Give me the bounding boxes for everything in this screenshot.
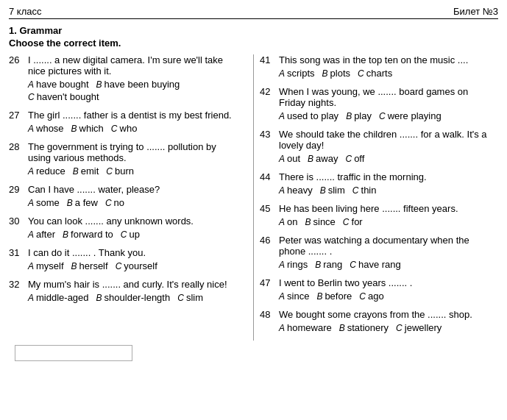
option-letter: C: [121, 229, 127, 240]
answer-input-box[interactable]: [15, 345, 132, 361]
class-label: 7 класс: [9, 6, 42, 17]
option-text: a few: [75, 197, 98, 208]
option-a: Aheavy: [279, 185, 313, 196]
option-c: Chave rang: [350, 259, 401, 270]
option-letter: C: [358, 68, 364, 79]
question-27: 27The girl ....... father is a dentist i…: [9, 110, 241, 134]
option-text: slim: [328, 185, 345, 196]
question-row: 44There is ....... traffic in the mornin…: [260, 171, 492, 182]
option-text: slim: [186, 292, 203, 303]
option-b: Bherself: [71, 260, 108, 271]
options-group: AreduceBemitCburn: [9, 165, 241, 177]
option-text: out: [287, 153, 300, 164]
question-row: 28The government is trying to ....... po…: [9, 141, 241, 163]
option-letter: C: [352, 185, 359, 196]
option-letter: B: [320, 185, 326, 196]
option-c: Cup: [121, 229, 140, 240]
option-letter: C: [350, 260, 356, 270]
option-b: Bslim: [320, 185, 345, 196]
option-text: charts: [366, 68, 392, 79]
question-28: 28The government is trying to ....... po…: [9, 141, 241, 177]
option-c: Cwere playing: [379, 110, 442, 121]
question-text: Can I have ....... water, please?: [28, 184, 241, 195]
options-group: Aused to playBplayCwere playing: [260, 110, 492, 121]
question-row: 27The girl ....... father is a dentist i…: [9, 110, 241, 121]
option-text: herself: [79, 260, 108, 271]
options-group: AscriptsBplotsCcharts: [260, 68, 492, 79]
option-text: since: [287, 291, 309, 302]
question-text: There is ....... traffic in the morning.: [279, 171, 492, 182]
question-31: 31I can do it ....... . Thank you.Amysel…: [9, 247, 241, 271]
option-letter: A: [279, 217, 285, 227]
option-letter: B: [316, 291, 322, 302]
option-letter: A: [279, 185, 285, 196]
option-a: Awhose: [28, 123, 64, 134]
option-c: Cslim: [177, 292, 203, 303]
option-letter: B: [63, 229, 68, 240]
option-letter: C: [359, 291, 366, 302]
question-row: 32My mum's hair is ....... and curly. It…: [9, 279, 241, 290]
question-text: We should take the children ....... for …: [279, 129, 492, 151]
option-text: away: [316, 153, 338, 164]
option-c: Cburn: [106, 165, 134, 177]
option-text: off: [354, 153, 364, 164]
question-44: 44There is ....... traffic in the mornin…: [260, 171, 492, 196]
option-c: Cjewellery: [396, 322, 442, 333]
option-text: after: [36, 229, 55, 240]
option-text: shoulder-length: [104, 292, 171, 303]
question-41: 41This song was in the top ten on the mu…: [260, 54, 492, 79]
option-b: Bhave been buying: [96, 79, 180, 90]
option-letter: B: [67, 198, 73, 208]
option-text: ago: [368, 291, 384, 302]
option-letter: A: [279, 323, 285, 333]
question-text: This song was in the top ten on the musi…: [279, 54, 492, 65]
options-group: AringsBrangChave rang: [260, 259, 492, 270]
option-text: some: [36, 197, 60, 208]
option-text: before: [325, 291, 352, 302]
option-letter: A: [28, 166, 34, 177]
option-letter: A: [28, 261, 34, 271]
option-letter: B: [71, 124, 77, 134]
question-46: 46Peter was watching a documentary when …: [260, 235, 492, 270]
option-a: Aon: [279, 216, 297, 227]
option-letter: A: [28, 79, 34, 90]
option-a: Amiddle-aged: [28, 292, 89, 303]
option-text: jewellery: [405, 322, 442, 333]
option-letter: A: [28, 293, 34, 303]
question-number: 30: [9, 216, 25, 227]
options-group: AmyselfBherselfCyourself: [9, 260, 241, 271]
option-text: middle-aged: [36, 292, 89, 303]
option-letter: B: [308, 154, 313, 164]
option-b: Baway: [308, 153, 338, 164]
question-47: 47I went to Berlin two years ....... .As…: [260, 277, 492, 302]
option-c: Chaven't bought: [28, 91, 99, 102]
question-number: 26: [9, 54, 25, 76]
option-a: Ascripts: [279, 68, 315, 79]
options-group: AheavyBslimCthin: [260, 185, 492, 196]
option-letter: A: [28, 124, 34, 134]
question-48: 48We bought some crayons from the ......…: [260, 309, 492, 333]
option-text: for: [352, 216, 363, 227]
option-letter: A: [279, 154, 285, 164]
option-letter: A: [279, 260, 285, 270]
question-number: 48: [260, 309, 276, 320]
question-text: Peter was watching a documentary when th…: [279, 235, 492, 257]
question-row: 45He has been living here ....... fiftee…: [260, 203, 492, 214]
section-subtitle: Choose the correct item.: [9, 38, 498, 49]
option-c: Coff: [345, 153, 364, 164]
question-text: You can look ....... any unknown words.: [28, 216, 241, 227]
option-letter: B: [305, 217, 311, 227]
option-letter: C: [396, 323, 403, 333]
option-c: Cyourself: [116, 260, 157, 271]
question-number: 46: [260, 235, 276, 257]
option-b: Bemit: [73, 165, 99, 177]
options-group: AafterBforward toCup: [9, 229, 241, 240]
option-letter: A: [279, 68, 285, 79]
options-group: AoutBawayCoff: [260, 153, 492, 164]
option-letter: C: [379, 111, 386, 121]
right-column: 41This song was in the top ten on the mu…: [260, 54, 498, 341]
option-text: rang: [323, 259, 342, 270]
question-43: 43We should take the children ....... fo…: [260, 129, 492, 164]
question-row: 41This song was in the top ten on the mu…: [260, 54, 492, 65]
question-32: 32My mum's hair is ....... and curly. It…: [9, 279, 241, 303]
